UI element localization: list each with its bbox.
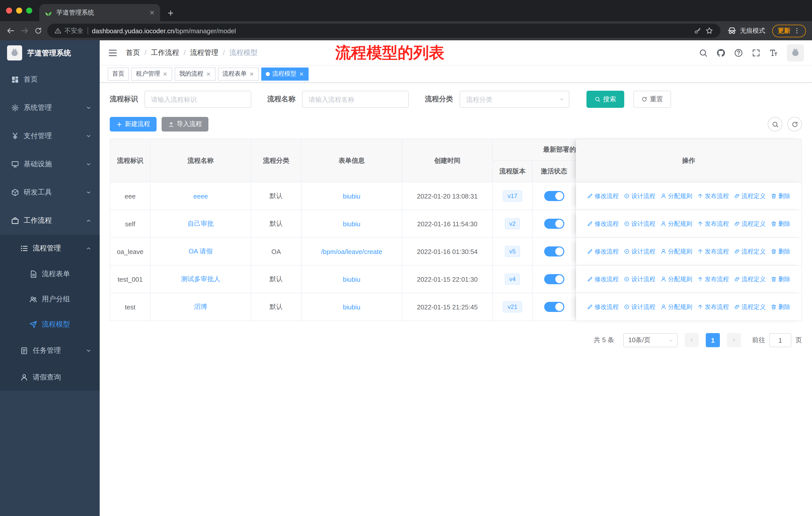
next-page-button[interactable] xyxy=(727,333,741,347)
sidebar-item-task-management[interactable]: 任务管理 xyxy=(0,337,100,364)
tag-process-model[interactable]: 流程模型 xyxy=(261,67,309,80)
sidebar-item-process-model[interactable]: 流程模型 xyxy=(0,312,100,337)
process-name-link[interactable]: OA 请假 xyxy=(188,247,212,255)
sidebar-item-system[interactable]: 系统管理 xyxy=(0,94,100,122)
reload-icon[interactable] xyxy=(34,27,42,35)
menu-dots-icon[interactable] xyxy=(793,27,801,34)
avatar[interactable] xyxy=(787,44,804,61)
assign-rule-link[interactable]: 分配规则 xyxy=(661,303,692,311)
prev-page-button[interactable] xyxy=(685,333,699,347)
create-process-button[interactable]: 新建流程 xyxy=(110,117,156,132)
breadcrumb-home[interactable]: 首页 xyxy=(126,48,140,57)
modify-process-link[interactable]: 修改流程 xyxy=(587,219,619,228)
tag-my-process[interactable]: 我的流程 xyxy=(175,67,215,80)
close-icon[interactable] xyxy=(249,71,254,76)
process-name-link[interactable]: 滔博 xyxy=(194,303,207,310)
modify-process-link[interactable]: 修改流程 xyxy=(587,192,619,200)
delete-link[interactable]: 删除 xyxy=(771,247,790,256)
process-definition-link[interactable]: 流程定义 xyxy=(734,219,766,228)
form-info-link[interactable]: biubiu xyxy=(343,192,360,200)
active-toggle[interactable] xyxy=(544,191,564,201)
publish-process-link[interactable]: 发布流程 xyxy=(697,275,729,283)
active-toggle[interactable] xyxy=(544,246,564,256)
sidebar-item-payment[interactable]: 支付管理 xyxy=(0,122,100,150)
sidebar-item-devtools[interactable]: 研发工具 xyxy=(0,179,100,207)
publish-process-link[interactable]: 发布流程 xyxy=(697,219,729,228)
delete-link[interactable]: 删除 xyxy=(771,275,790,283)
process-name-link[interactable]: 自己审批 xyxy=(187,220,214,227)
active-toggle[interactable] xyxy=(544,302,564,312)
process-name-link[interactable]: eeee xyxy=(193,192,208,200)
design-process-link[interactable]: 设计流程 xyxy=(624,219,656,228)
assign-rule-link[interactable]: 分配规则 xyxy=(661,275,692,283)
process-definition-link[interactable]: 流程定义 xyxy=(734,303,766,311)
close-window-button[interactable] xyxy=(6,7,12,13)
sidebar-item-user-group[interactable]: 用户分组 xyxy=(0,287,100,312)
publish-process-link[interactable]: 发布流程 xyxy=(697,303,729,311)
version-badge[interactable]: v4 xyxy=(505,274,520,285)
process-definition-link[interactable]: 流程定义 xyxy=(734,247,766,256)
process-id-input[interactable] xyxy=(144,91,251,108)
modify-process-link[interactable]: 修改流程 xyxy=(587,275,619,283)
new-tab-button[interactable] xyxy=(167,9,174,17)
search-button[interactable]: 搜索 xyxy=(586,91,624,108)
assign-rule-link[interactable]: 分配规则 xyxy=(661,247,692,256)
tag-process-form[interactable]: 流程表单 xyxy=(218,67,259,80)
maximize-window-button[interactable] xyxy=(26,7,32,13)
close-icon[interactable] xyxy=(206,71,211,76)
delete-link[interactable]: 删除 xyxy=(771,219,790,228)
password-key-icon[interactable] xyxy=(694,27,701,34)
font-size-icon[interactable] xyxy=(769,48,778,57)
page-number-current[interactable]: 1 xyxy=(706,333,720,347)
back-icon[interactable] xyxy=(6,26,15,35)
security-warning[interactable]: 不安全 xyxy=(54,26,83,35)
forward-icon[interactable] xyxy=(20,26,29,35)
process-category-select[interactable] xyxy=(460,91,569,108)
toggle-search-button[interactable] xyxy=(768,117,782,132)
refresh-table-button[interactable] xyxy=(787,117,802,132)
publish-process-link[interactable]: 发布流程 xyxy=(697,247,729,256)
goto-page-input[interactable] xyxy=(769,333,791,347)
design-process-link[interactable]: 设计流程 xyxy=(624,247,656,256)
version-badge[interactable]: v5 xyxy=(505,246,520,257)
sidebar-item-workflow[interactable]: 工作流程 xyxy=(0,207,100,235)
delete-link[interactable]: 删除 xyxy=(771,303,790,311)
tag-home[interactable]: 首页 xyxy=(108,67,129,80)
collapse-sidebar-icon[interactable] xyxy=(108,48,118,58)
help-icon[interactable] xyxy=(734,48,743,57)
modify-process-link[interactable]: 修改流程 xyxy=(587,247,619,256)
browser-update-button[interactable]: 更新 xyxy=(772,24,806,37)
process-definition-link[interactable]: 流程定义 xyxy=(734,192,766,200)
sidebar-item-home[interactable]: 首页 xyxy=(0,65,100,94)
import-process-button[interactable]: 导入流程 xyxy=(162,117,208,132)
active-toggle[interactable] xyxy=(544,274,564,284)
version-badge[interactable]: v2 xyxy=(505,218,520,229)
process-name-link[interactable]: 测试多审批人 xyxy=(181,275,220,283)
address-bar[interactable]: 不安全 dashboard.yudao.iocoder.cn/bpm/manag… xyxy=(47,24,720,38)
search-icon[interactable] xyxy=(699,48,708,57)
breadcrumb-process-management[interactable]: 流程管理 xyxy=(179,48,219,57)
sidebar-item-infrastructure[interactable]: 基础设施 xyxy=(0,150,100,179)
modify-process-link[interactable]: 修改流程 xyxy=(587,303,619,311)
sidebar-item-process-form[interactable]: 流程表单 xyxy=(0,262,100,287)
tag-tenant-management[interactable]: 租户管理 xyxy=(132,67,172,80)
minimize-window-button[interactable] xyxy=(16,7,22,13)
design-process-link[interactable]: 设计流程 xyxy=(624,192,656,200)
sidebar-item-leave-query[interactable]: 请假查询 xyxy=(0,364,100,390)
reset-button[interactable]: 重置 xyxy=(633,91,671,108)
browser-tab[interactable]: 芋道管理系统 xyxy=(39,4,160,21)
form-info-link[interactable]: biubiu xyxy=(343,220,360,227)
version-badge[interactable]: v21 xyxy=(503,301,522,313)
publish-process-link[interactable]: 发布流程 xyxy=(697,192,729,200)
active-toggle[interactable] xyxy=(544,219,564,229)
app-logo[interactable]: 芋道管理系统 xyxy=(0,40,100,65)
assign-rule-link[interactable]: 分配规则 xyxy=(661,219,692,228)
github-icon[interactable] xyxy=(716,48,725,57)
form-info-link[interactable]: biubiu xyxy=(343,303,360,311)
design-process-link[interactable]: 设计流程 xyxy=(624,303,656,311)
sidebar-item-process-management[interactable]: 流程管理 xyxy=(0,235,100,262)
fullscreen-icon[interactable] xyxy=(752,48,761,57)
version-badge[interactable]: v17 xyxy=(503,190,522,201)
assign-rule-link[interactable]: 分配规则 xyxy=(661,192,692,200)
delete-link[interactable]: 删除 xyxy=(771,192,790,200)
